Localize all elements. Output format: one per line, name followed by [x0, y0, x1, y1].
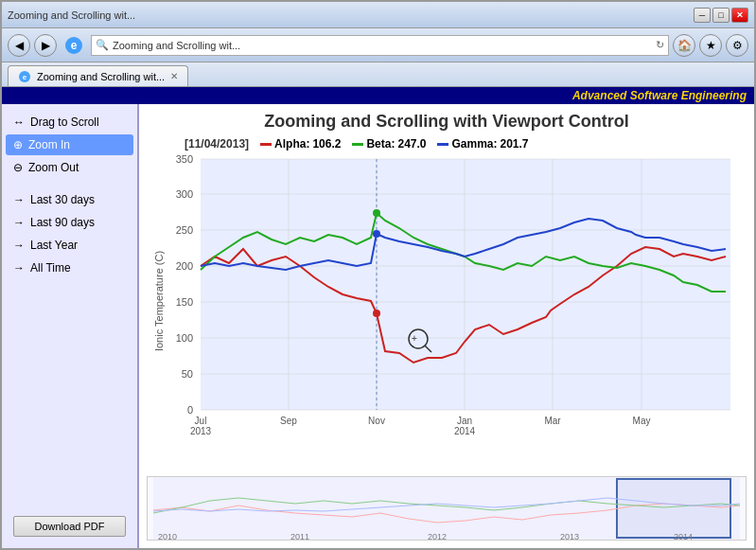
sidebar-item-label: Zoom In [28, 138, 70, 151]
svg-text:Ionic Temperature (C): Ionic Temperature (C) [153, 251, 165, 351]
tab-icon: e [18, 70, 31, 83]
tab-label: Zooming and Scrolling wit... [37, 71, 165, 82]
beta-color-swatch [352, 143, 363, 146]
back-button[interactable]: ◀ [8, 34, 30, 57]
gamma-label: Gamma: [451, 137, 497, 151]
beta-label: Beta: [366, 137, 395, 151]
home-button[interactable]: 🏠 [673, 34, 695, 57]
svg-text:Mar: Mar [544, 416, 561, 426]
tab-close[interactable]: ✕ [170, 71, 178, 81]
sidebar-item-label: Last Year [30, 239, 78, 252]
arrow-icon: → [13, 193, 25, 206]
favorites-button[interactable]: ★ [699, 34, 722, 57]
svg-text:May: May [633, 416, 651, 426]
close-button[interactable]: ✕ [731, 8, 748, 23]
sidebar-item-drag-to-scroll[interactable]: ↔ Drag to Scroll [6, 112, 133, 133]
browser-tab[interactable]: e Zooming and Scrolling wit... ✕ [8, 65, 188, 86]
svg-text:e: e [71, 39, 78, 52]
nav-bar: ◀ ▶ e 🔍 Zooming and Scrolling wit... ↻ 🏠… [2, 28, 754, 62]
svg-point-41 [373, 230, 380, 238]
sidebar-divider [6, 180, 133, 187]
svg-text:2011: 2011 [290, 532, 309, 541]
legend-date: [11/04/2013] [185, 137, 249, 151]
svg-text:Nov: Nov [368, 416, 385, 426]
arrow-icon: → [13, 216, 25, 229]
address-text: Zooming and Scrolling wit... [113, 40, 652, 51]
sidebar-item-label: Last 30 days [30, 193, 95, 206]
svg-text:e: e [23, 73, 27, 81]
svg-text:+: + [412, 333, 417, 344]
sidebar-item-zoom-out[interactable]: ⊖ Zoom Out [6, 157, 133, 178]
sidebar: ↔ Drag to Scroll ⊕ Zoom In ⊖ Zoom Out → … [2, 104, 139, 548]
svg-text:150: 150 [176, 296, 193, 308]
alpha-label: Alpha: [274, 137, 309, 151]
zoom-out-icon: ⊖ [13, 161, 23, 174]
forward-button[interactable]: ▶ [34, 34, 57, 57]
window-controls: ─ □ ✕ [694, 8, 748, 23]
minimize-button[interactable]: ─ [694, 8, 711, 23]
banner-text: Advanced Software Engineering [572, 89, 747, 102]
ie-icon: e [61, 34, 87, 57]
svg-text:2010: 2010 [158, 532, 177, 541]
header-banner: Advanced Software Engineering [2, 87, 754, 104]
sidebar-download: Download PDF [6, 512, 133, 541]
chart-area: Zooming and Scrolling with Viewport Cont… [139, 104, 754, 548]
svg-text:300: 300 [176, 188, 193, 200]
legend-alpha: Alpha: 106.2 [260, 137, 341, 151]
svg-text:200: 200 [176, 260, 193, 272]
svg-text:2013: 2013 [190, 426, 212, 436]
tools-button[interactable]: ⚙ [726, 34, 748, 57]
sidebar-item-all-time[interactable]: → All Time [6, 257, 133, 278]
title-bar: Zooming and Scrolling wit... ─ □ ✕ [2, 2, 754, 28]
alpha-color-swatch [260, 143, 272, 146]
svg-text:2013: 2013 [560, 532, 579, 541]
gamma-color-swatch [437, 143, 448, 146]
svg-text:2014: 2014 [674, 532, 693, 541]
maximize-button[interactable]: □ [712, 8, 730, 23]
svg-text:50: 50 [182, 368, 193, 380]
main-chart-svg: 0 50 100 150 200 250 300 350 Ionic Tempe… [147, 154, 747, 448]
sidebar-item-label: Last 90 days [30, 216, 95, 229]
svg-text:2014: 2014 [454, 426, 476, 436]
sidebar-item-label: Drag to Scroll [30, 115, 99, 129]
svg-text:Jan: Jan [457, 416, 472, 426]
window-title: Zooming and Scrolling wit... [8, 9, 135, 21]
svg-text:Jul: Jul [195, 416, 207, 426]
sidebar-item-last-year[interactable]: → Last Year [6, 235, 133, 256]
sidebar-item-last-30-days[interactable]: → Last 30 days [6, 189, 133, 210]
legend-gamma: Gamma: 201.7 [437, 137, 528, 151]
sidebar-item-zoom-in[interactable]: ⊕ Zoom In [6, 134, 133, 155]
sidebar-item-label: Zoom Out [28, 161, 79, 174]
chart-legend: [11/04/2013] Alpha: 106.2 Beta: 247.0 Ga… [147, 135, 747, 154]
legend-beta: Beta: 247.0 [352, 137, 426, 151]
sidebar-item-label: All Time [30, 261, 71, 275]
main-chart[interactable]: 0 50 100 150 200 250 300 350 Ionic Tempe… [147, 154, 747, 476]
svg-text:2012: 2012 [428, 532, 447, 541]
arrow-icon: → [13, 239, 25, 252]
chart-title: Zooming and Scrolling with Viewport Cont… [147, 112, 747, 132]
svg-text:100: 100 [176, 332, 193, 344]
drag-scroll-icon: ↔ [13, 115, 25, 129]
arrow-icon: → [13, 261, 25, 275]
browser-window: Zooming and Scrolling wit... ─ □ ✕ ◀ ▶ e… [0, 0, 756, 550]
content-area: ↔ Drag to Scroll ⊕ Zoom In ⊖ Zoom Out → … [2, 104, 754, 548]
svg-text:350: 350 [176, 154, 193, 165]
sidebar-item-last-90-days[interactable]: → Last 90 days [6, 212, 133, 233]
download-pdf-button[interactable]: Download PDF [13, 516, 126, 537]
svg-text:Sep: Sep [280, 416, 297, 426]
svg-point-39 [373, 310, 380, 317]
svg-text:0: 0 [187, 404, 193, 416]
svg-text:250: 250 [176, 224, 193, 236]
svg-rect-44 [617, 479, 730, 538]
overview-svg: 2010 2011 2012 2013 2014 [148, 477, 746, 541]
svg-rect-4 [201, 159, 730, 410]
tab-bar: e Zooming and Scrolling wit... ✕ [2, 62, 754, 87]
address-bar[interactable]: 🔍 Zooming and Scrolling wit... ↻ [91, 35, 669, 56]
svg-point-40 [373, 209, 380, 217]
zoom-in-icon: ⊕ [13, 138, 23, 151]
overview-chart: 2010 2011 2012 2013 2014 [147, 476, 747, 541]
